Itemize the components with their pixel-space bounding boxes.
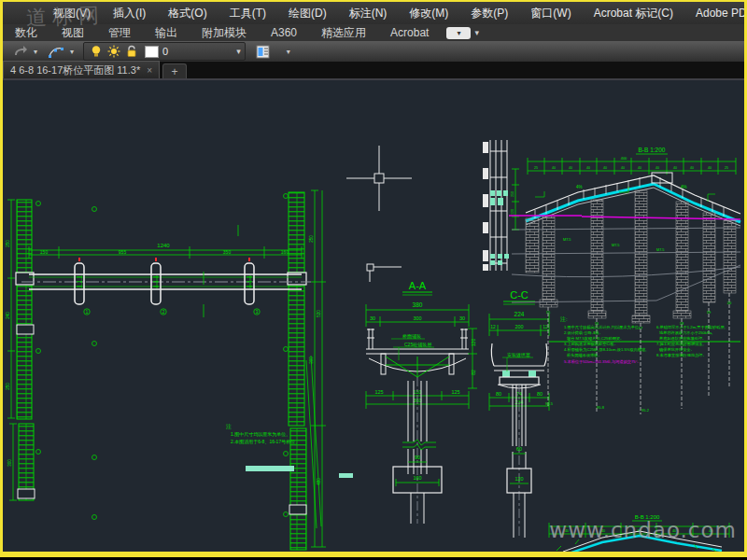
redo-button[interactable]: ▾ — [10, 45, 37, 58]
menu-draw[interactable]: 绘图(D) — [277, 2, 338, 24]
svg-text:125: 125 — [451, 389, 459, 395]
arc-tool-button[interactable]: ▾ — [45, 45, 74, 58]
plan-pier-bubbles: 1 2 3 — [84, 309, 260, 315]
cyan-bar — [246, 466, 294, 471]
menu-window[interactable]: 窗口(W) — [519, 2, 582, 24]
slope-label: 4% — [681, 185, 687, 189]
menu-tools[interactable]: 工具(T) — [218, 2, 277, 24]
ribbon-tab-featured-apps[interactable]: 精选应用 — [309, 25, 378, 41]
pier-markers — [78, 258, 250, 261]
svg-text:3: 3 — [256, 310, 259, 315]
svg-text:2.本图适用于6-8、16-17号桥位。: 2.本图适用于6-8、16-17号桥位。 — [231, 439, 300, 445]
ribbon-tab-addins[interactable]: 附加模块 — [190, 25, 259, 41]
layer-properties-button[interactable] — [253, 45, 274, 59]
menu-adobe-pdf[interactable]: Adobe PDF(E) — [684, 2, 747, 24]
plan-dim: 350 — [223, 249, 232, 255]
menu-dimension[interactable]: 标注(N) — [338, 2, 399, 24]
layer-control[interactable]: 0 ▾ — [83, 42, 246, 61]
ribbon-tab-a360[interactable]: A360 — [259, 26, 309, 39]
notes2-magenta-line: 5.本桥位于51km+351.35处,与河道斜交75°。 — [564, 359, 641, 365]
svg-text:19: 19 — [707, 310, 712, 315]
arc-tool-caret-icon: ▾ — [70, 48, 74, 56]
menu-bar: 视图(V) 插入(I) 格式(O) 工具(T) 绘图(D) 标注(N) 修改(M… — [3, 2, 744, 24]
svg-text:120: 120 — [471, 339, 476, 347]
svg-text:95.8: 95.8 — [597, 405, 605, 410]
pier-ladder-detail — [483, 140, 509, 271]
section-cc-title: C-C — [510, 289, 529, 301]
svg-text:160: 160 — [413, 475, 421, 481]
svg-text:确保基坑开挖安全。: 确保基坑开挖安全。 — [658, 347, 695, 352]
svg-text:1: 1 — [86, 310, 89, 315]
menu-parametric[interactable]: 参数(P) — [459, 2, 519, 24]
plan-side-dim: 300 — [309, 357, 314, 364]
redo-caret-icon: ▾ — [34, 48, 37, 56]
tab-close-icon[interactable]: × — [147, 65, 152, 76]
svg-text:40: 40 — [586, 166, 590, 170]
layer-on-bulb-icon[interactable] — [91, 45, 102, 58]
svg-text:地基容许承载力不小于250kPa,: 地基容许承载力不小于250kPa, — [658, 330, 712, 335]
layer-unlock-icon[interactable] — [126, 45, 138, 58]
svg-text:120: 120 — [511, 209, 514, 215]
svg-text:30: 30 — [370, 315, 375, 321]
svg-text:4.桥面铺装为C25砼,厚8-10cm,设1.5%双向横坡,: 4.桥面铺装为C25砼,厚8-10cm,设1.5%双向横坡, — [564, 347, 646, 352]
plan-side-dim: 250 — [6, 240, 10, 247]
model-space-canvas[interactable]: 1240 150 955 350 160 250 240 — [3, 80, 744, 552]
svg-text:200: 200 — [514, 324, 523, 329]
svg-text:380: 380 — [413, 301, 423, 308]
svg-text:2: 2 — [162, 310, 165, 315]
ribbon-minimize-caret-icon[interactable]: ▾ — [474, 28, 479, 37]
elevation-view: B-B 1:200 400 25 40 — [509, 147, 740, 414]
menu-modify[interactable]: 修改(M) — [398, 2, 459, 24]
svg-text:桥头两端各设搭板。: 桥头两端各设搭板。 — [567, 353, 602, 357]
section-aa: A-A 380 30 300 30 — [366, 280, 477, 524]
svg-text:250: 250 — [511, 191, 514, 197]
ribbon-tab-output[interactable]: 输出 — [143, 25, 190, 41]
toolbar-overflow-caret-icon[interactable]: ▾ — [287, 48, 290, 56]
svg-text:96.5: 96.5 — [545, 401, 554, 406]
svg-text:125: 125 — [374, 389, 383, 395]
quick-toolbar: ▾ ▾ — [3, 41, 744, 62]
crosshair-cursor — [346, 146, 412, 211]
layer-name: 0 — [162, 46, 168, 57]
cc-annotation: 安装缝填塞 — [507, 352, 530, 357]
drawing-tab[interactable]: 4 6-8 16-17桥位平面图 11.3* × — [3, 61, 160, 78]
section-aa-title: A-A — [409, 280, 427, 291]
layer-color-swatch[interactable] — [145, 46, 159, 58]
drawing-svg: 1240 150 955 350 160 250 240 — [3, 80, 744, 552]
svg-text:80: 80 — [496, 391, 501, 397]
layer-freeze-sun-icon[interactable] — [107, 45, 120, 58]
svg-text:2.设计荷载:公路-Ⅱ级。: 2.设计荷载:公路-Ⅱ级。 — [564, 330, 603, 335]
svg-text:25: 25 — [534, 166, 538, 170]
notes-block-1: 注 1.图中尺寸均以厘米为单位。 2.本图适用于6-8、16-17号桥位。 — [226, 423, 300, 445]
menu-acrobat-marks[interactable]: Acrobat 标记(C) — [583, 2, 684, 24]
svg-text:40: 40 — [655, 166, 659, 170]
menu-insert[interactable]: 插入(I) — [102, 2, 157, 24]
svg-text:40: 40 — [552, 166, 556, 170]
plan-dim: 160 — [281, 249, 289, 255]
plan-view: 1240 150 955 350 160 250 240 — [6, 190, 326, 550]
menu-format[interactable]: 格式(O) — [157, 2, 218, 24]
layer-properties-icon — [256, 45, 271, 59]
node-marker — [367, 264, 402, 282]
arc-tool-icon — [48, 45, 64, 58]
svg-text:40: 40 — [638, 166, 641, 170]
svg-text:6.基础埋深不小于1.2m,置于密实砂砾层,: 6.基础埋深不小于1.2m,置于密实砂砾层, — [656, 325, 726, 329]
border-top — [0, 0, 747, 2]
svg-text:400: 400 — [621, 156, 627, 161]
svg-text:40: 40 — [621, 166, 625, 170]
layer-dropdown-caret-icon[interactable]: ▾ — [236, 47, 241, 56]
ribbon-minimize-button[interactable]: ▾ — [446, 27, 471, 39]
svg-text:M7.5: M7.5 — [612, 244, 619, 247]
svg-text:224: 224 — [514, 311, 525, 317]
drawing-tab-label: 4 6-8 16-17桥位平面图 11.3* — [10, 63, 140, 77]
ribbon-tab-acrobat[interactable]: Acrobat — [378, 26, 441, 39]
ribbon-tab-row: 数化 视图 管理 输出 附加模块 A360 精选应用 Acrobat ▾ ▾ — [3, 24, 744, 41]
svg-text:82: 82 — [471, 370, 476, 375]
new-tab-button[interactable]: + — [162, 63, 187, 78]
svg-text:90: 90 — [415, 455, 420, 460]
svg-text:40: 40 — [569, 166, 572, 170]
plan-side-dim: 240 — [6, 312, 10, 319]
plan-dim: 150 — [40, 249, 49, 255]
svg-text:25: 25 — [725, 166, 728, 170]
svg-text:40: 40 — [673, 166, 677, 170]
